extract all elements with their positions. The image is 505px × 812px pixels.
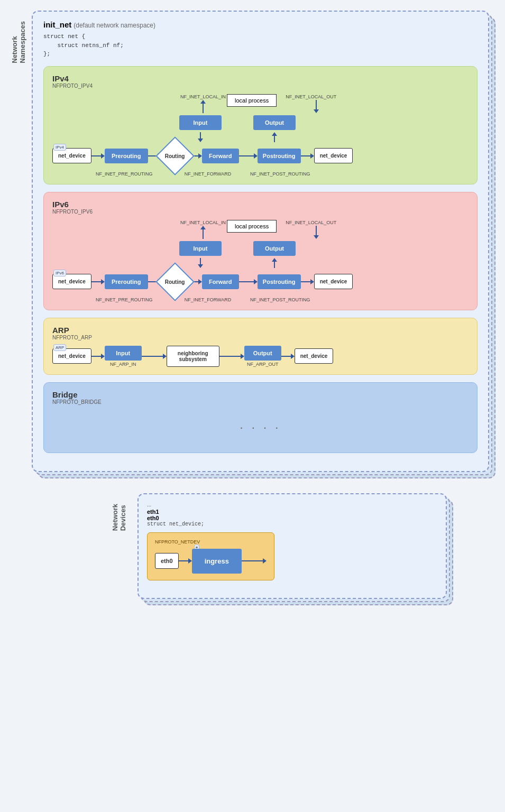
bridge-dots: · · · ·: [52, 410, 469, 445]
arrow-down-routing-v6: [198, 264, 203, 268]
nd-stacked-cards: ... eth1 eth0 struct net_device; NFPROTO…: [137, 493, 447, 599]
arrow-5: [301, 153, 314, 159]
arp-flow-row: ARP net_device Input NF_ARP_IN: [52, 346, 469, 367]
stack-front: init_net (default network namespace) str…: [32, 11, 489, 472]
routing-diamond-ipv4: Routing: [155, 136, 195, 176]
postrouting-ipv4: Postrouting: [258, 149, 301, 163]
input-box-ipv4: Input: [179, 115, 222, 130]
vert-line-up: [203, 104, 204, 113]
ipv4-badge: IPv4: [53, 144, 66, 151]
net-device-right-ipv6: net_device: [314, 274, 353, 289]
prerouting-ipv4: Prerouting: [105, 149, 148, 163]
bridge-box: Bridge NFPROTO_BRIDGE · · · ·: [43, 382, 478, 453]
arrow-v6-5: [301, 279, 314, 284]
ipv4-flow: NF_INET_LOCAL_IN local process: [52, 94, 469, 177]
forward-label-ipv6: NF_INET_FORWARD: [171, 297, 245, 302]
nd-stack-label: ...: [147, 502, 437, 508]
arp-arrow-1: [91, 354, 105, 359]
input-up-area-v6: NF_INET_LOCAL_IN: [179, 220, 227, 239]
vert-lines-v6: [179, 258, 469, 268]
ipv6-labels-row: NF_INET_PRE_ROUTING NF_INET_FORWARD NF_I…: [52, 297, 469, 302]
arp-output: Output: [244, 346, 281, 361]
hook-local-in-label: NF_INET_LOCAL_IN: [180, 94, 226, 99]
local-process-box-v6: local process: [227, 220, 277, 233]
forward-ipv4: Forward: [202, 149, 239, 163]
arp-net-device-right: net_device: [295, 348, 334, 364]
arrow-down-v6: [314, 235, 319, 239]
bridge-title: Bridge: [52, 390, 469, 399]
arrow-v6-1: [91, 279, 105, 284]
ipv4-box: IPv4 NFPROTO_IPV4 NF_INET_LOCAL_IN: [43, 66, 478, 184]
netdev-orange-box: NFPROTO_NETDEV eth0 ≡: [147, 532, 274, 580]
arp-box: ARP NFPROTO_ARP ARP net_device: [43, 318, 478, 375]
init-net-title: init_net: [43, 20, 71, 29]
vert-up-output-v6: [274, 262, 275, 268]
ipv6-flow: NF_INET_LOCAL_IN local process: [52, 220, 469, 302]
forward-label-ipv4: NF_INET_FORWARD: [171, 171, 245, 177]
vert-line-down: [316, 100, 317, 109]
hook-local-out-label: NF_INET_LOCAL_OUT: [286, 94, 336, 99]
arrow-v6-4: [239, 279, 258, 284]
prerouting-ipv6: Prerouting: [105, 274, 148, 289]
init-net-code: struct net { struct netns_nf nf; };: [43, 32, 478, 59]
local-process-v6: local process: [227, 220, 277, 233]
ipv4-main-flow-row: IPv4 net_device Prerouting: [52, 142, 469, 170]
routing-label-ipv6: Routing: [165, 279, 185, 284]
input-output-row: Input Output: [179, 115, 469, 130]
arp-title: ARP: [52, 326, 469, 335]
ipv4-subtitle: NFPROTO_IPV4: [52, 83, 469, 89]
pre-routing-label-ipv6: NF_INET_PRE_ROUTING: [96, 297, 139, 302]
vert-down-v6: [316, 226, 317, 235]
ipv6-box: IPv6 NFPROTO_IPV6 NF_INET_LOCAL_IN: [43, 192, 478, 310]
arrow-down-head-output: [314, 109, 319, 113]
input-output-v6: Input Output: [179, 241, 469, 256]
arp-hook-in: NF_ARP_IN: [110, 362, 136, 367]
ipv6-badge: IPv6: [53, 270, 66, 276]
output-down-area: NF_INET_LOCAL_OUT: [282, 94, 329, 113]
input-box-ipv6: Input: [179, 241, 222, 256]
ipv6-title: IPv6: [52, 200, 469, 209]
local-process-box: local process: [227, 94, 277, 107]
hook-local-out-v6: NF_INET_LOCAL_OUT: [286, 220, 336, 225]
arp-input: Input: [105, 346, 142, 361]
nd-eth0-title: eth0: [147, 515, 437, 521]
ingress-box: ingress: [192, 549, 242, 574]
init-net-header: init_net (default network namespace): [43, 20, 478, 29]
arrow-up-from-output: [272, 132, 277, 136]
arp-output-wrap: Output NF_ARP_OUT: [244, 346, 281, 367]
arrow-up-output-v6: [272, 258, 277, 262]
arp-neighboring-subsystem: neighboringsubsystem: [167, 346, 219, 367]
bridge-subtitle: NFPROTO_BRIDGE: [52, 399, 469, 405]
nd-eth0-device: eth0: [155, 553, 179, 569]
ns-label: NetworkNamespaces: [11, 21, 26, 63]
ipv6-subtitle: NFPROTO_IPV6: [52, 209, 469, 215]
pre-routing-label-ipv4: NF_INET_PRE_ROUTING: [96, 171, 139, 177]
nd-label: NetworkDevices: [111, 504, 127, 531]
post-routing-label-ipv4: NF_INET_POST_ROUTING: [250, 171, 303, 177]
routing-diamond-ipv6: Routing: [155, 262, 195, 301]
stacked-cards: init_net (default network namespace) str…: [32, 11, 489, 472]
vert-down-input: [200, 132, 201, 139]
ingress-flow: eth0 ≡ ingress: [155, 549, 267, 574]
nd-front: ... eth1 eth0 struct net_device; NFPROTO…: [137, 493, 447, 599]
arrow-up-head-v6: [200, 226, 206, 229]
arp-arrow-4: [281, 354, 295, 359]
nd-arrow-1: [179, 558, 192, 564]
postrouting-ipv6: Postrouting: [258, 274, 301, 289]
vert-up-v6: [203, 229, 204, 239]
main-wrapper: NetworkNamespaces init_net (default netw…: [0, 0, 505, 610]
output-box-ipv6: Output: [253, 241, 296, 256]
arp-hook-out: NF_ARP_OUT: [247, 362, 279, 367]
output-down-v6: NF_INET_LOCAL_OUT: [282, 220, 329, 239]
arrow-4: [239, 153, 258, 159]
routing-label-ipv4: Routing: [165, 153, 185, 159]
output-box-ipv4: Output: [253, 115, 296, 130]
arp-arrow-3: [219, 354, 244, 359]
vert-lines-down: [179, 132, 469, 142]
arrow-1: [91, 153, 105, 159]
input-up-area: NF_INET_LOCAL_IN: [179, 94, 227, 113]
arp-badge: ARP: [53, 344, 66, 351]
arp-net-device-wrap: ARP net_device: [52, 348, 91, 364]
vert-up-output: [274, 136, 275, 142]
net-device-left-wrap-v6: IPv6 net_device: [52, 274, 91, 289]
